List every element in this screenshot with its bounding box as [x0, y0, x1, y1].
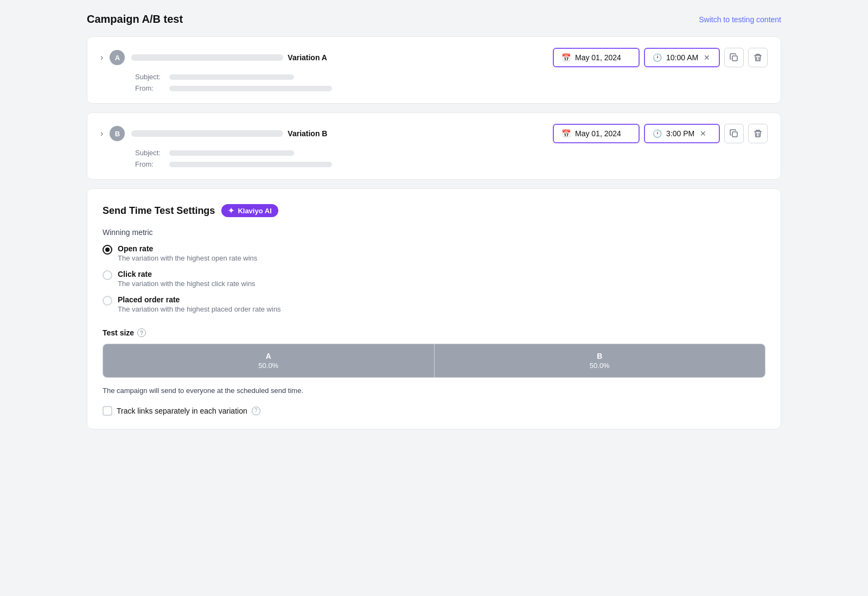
clear-time-a-icon[interactable]: ✕ — [704, 53, 710, 62]
segment-a-letter: A — [112, 352, 425, 360]
settings-card: Send Time Test Settings ✦ Klaviyo AI Win… — [87, 188, 781, 429]
copy-icon — [730, 53, 738, 62]
variation-a-date-value: May 01, 2024 — [575, 53, 621, 62]
variation-b-time-value: 3:00 PM — [666, 129, 694, 138]
open-rate-label: Open rate — [118, 244, 257, 253]
page-header: Campaign A/B test Switch to testing cont… — [87, 13, 781, 26]
click-rate-text: Click rate The variation with the highes… — [118, 270, 256, 288]
delete-b-button[interactable] — [748, 124, 768, 143]
placed-order-rate-label: Placed order rate — [118, 295, 281, 304]
from-skeleton-b — [169, 162, 332, 167]
variation-a-controls: 📅 May 01, 2024 🕐 10:00 AM ✕ — [553, 48, 768, 67]
variation-b-time-field[interactable]: 🕐 3:00 PM ✕ — [644, 124, 720, 143]
calendar-icon: 📅 — [561, 53, 571, 62]
clock-icon-b: 🕐 — [653, 129, 662, 138]
variation-a-time-field[interactable]: 🕐 10:00 AM ✕ — [644, 48, 720, 67]
segment-b-letter: B — [443, 352, 757, 360]
segment-a: A 50.0% — [103, 344, 435, 377]
click-rate-radio[interactable] — [103, 270, 112, 280]
from-label-a: From: — [135, 84, 165, 92]
trash-icon-b — [754, 129, 762, 138]
variation-a-meta: Subject: From: — [100, 73, 768, 92]
variation-b-date-value: May 01, 2024 — [575, 129, 621, 138]
ai-badge: ✦ Klaviyo AI — [221, 204, 278, 217]
track-links-help-icon[interactable]: ? — [252, 407, 260, 415]
test-size-bar: A 50.0% B 50.0% — [103, 344, 765, 378]
variation-a-subject-row: Subject: — [135, 73, 768, 81]
variation-b-badge: B — [110, 126, 125, 141]
subject-skeleton-a — [169, 74, 294, 80]
variation-a-name-area: Variation A — [131, 53, 546, 62]
variation-a-card: › A Variation A 📅 May 01, 2024 🕐 10:00 A… — [87, 36, 781, 104]
variation-b-meta: Subject: From: — [100, 149, 768, 168]
variation-b-from-row: From: — [135, 160, 768, 168]
segment-a-pct: 50.0% — [112, 362, 425, 370]
variation-a-time-value: 10:00 AM — [666, 53, 698, 62]
subject-label-b: Subject: — [135, 149, 165, 157]
open-rate-radio[interactable] — [103, 245, 112, 255]
placed-order-rate-option[interactable]: Placed order rate The variation with the… — [103, 295, 765, 313]
variation-b-row: › B Variation B 📅 May 01, 2024 🕐 3:00 PM… — [100, 124, 768, 143]
test-size-label-row: Test size ? — [103, 328, 765, 337]
svg-rect-1 — [732, 132, 737, 137]
track-links-row: Track links separately in each variation… — [103, 405, 765, 416]
variation-b-name-skeleton — [131, 130, 283, 137]
placed-order-rate-desc: The variation with the highest placed or… — [118, 305, 281, 313]
trash-icon — [754, 53, 762, 62]
from-skeleton-a — [169, 86, 332, 91]
from-label-b: From: — [135, 160, 165, 168]
open-rate-desc: The variation with the highest open rate… — [118, 254, 257, 262]
variation-b-controls: 📅 May 01, 2024 🕐 3:00 PM ✕ — [553, 124, 768, 143]
winning-metric-label: Winning metric — [103, 228, 765, 237]
variation-b-name-area: Variation B — [131, 129, 546, 138]
variation-b-subject-row: Subject: — [135, 149, 768, 157]
open-rate-option[interactable]: Open rate The variation with the highest… — [103, 244, 765, 262]
variation-a-date-field[interactable]: 📅 May 01, 2024 — [553, 48, 640, 67]
svg-rect-0 — [732, 56, 737, 61]
track-links-checkbox[interactable] — [103, 406, 112, 416]
page-container: Campaign A/B test Switch to testing cont… — [87, 13, 781, 429]
variation-a-row: › A Variation A 📅 May 01, 2024 🕐 10:00 A… — [100, 48, 768, 67]
clear-time-b-icon[interactable]: ✕ — [700, 129, 706, 138]
switch-to-testing-link[interactable]: Switch to testing content — [699, 15, 781, 24]
variation-a-label: Variation A — [288, 53, 327, 62]
variation-a-badge: A — [110, 50, 125, 65]
variation-a-name-skeleton — [131, 54, 283, 61]
page-title: Campaign A/B test — [87, 13, 183, 26]
segment-b: B 50.0% — [435, 344, 765, 377]
duplicate-a-button[interactable] — [724, 48, 744, 67]
calendar-icon-b: 📅 — [561, 129, 571, 138]
variation-b-date-field[interactable]: 📅 May 01, 2024 — [553, 124, 640, 143]
subject-label-a: Subject: — [135, 73, 165, 81]
copy-icon-b — [730, 129, 738, 138]
test-size-text: Test size — [103, 328, 134, 337]
ai-sparkle-icon: ✦ — [228, 206, 234, 215]
delete-a-button[interactable] — [748, 48, 768, 67]
test-size-section: Test size ? A 50.0% B 50.0% — [103, 328, 765, 378]
send-info: The campaign will send to everyone at th… — [103, 386, 765, 395]
settings-title: Send Time Test Settings — [103, 205, 215, 217]
duplicate-b-button[interactable] — [724, 124, 744, 143]
click-rate-label: Click rate — [118, 270, 256, 278]
placed-order-rate-text: Placed order rate The variation with the… — [118, 295, 281, 313]
settings-header: Send Time Test Settings ✦ Klaviyo AI — [103, 204, 765, 217]
open-rate-text: Open rate The variation with the highest… — [118, 244, 257, 262]
winning-metric-radio-group: Open rate The variation with the highest… — [103, 244, 765, 313]
test-size-help-icon[interactable]: ? — [137, 328, 146, 337]
chevron-right-icon-b[interactable]: › — [100, 129, 103, 138]
segment-b-pct: 50.0% — [443, 362, 757, 370]
placed-order-rate-radio[interactable] — [103, 296, 112, 306]
track-links-label: Track links separately in each variation — [117, 407, 247, 415]
variation-b-label: Variation B — [288, 129, 327, 138]
variation-b-card: › B Variation B 📅 May 01, 2024 🕐 3:00 PM… — [87, 112, 781, 180]
click-rate-desc: The variation with the highest click rat… — [118, 280, 256, 288]
clock-icon: 🕐 — [653, 53, 662, 62]
chevron-right-icon[interactable]: › — [100, 53, 103, 62]
variation-a-from-row: From: — [135, 84, 768, 92]
subject-skeleton-b — [169, 150, 294, 156]
ai-badge-label: Klaviyo AI — [238, 207, 271, 215]
click-rate-option[interactable]: Click rate The variation with the highes… — [103, 270, 765, 288]
